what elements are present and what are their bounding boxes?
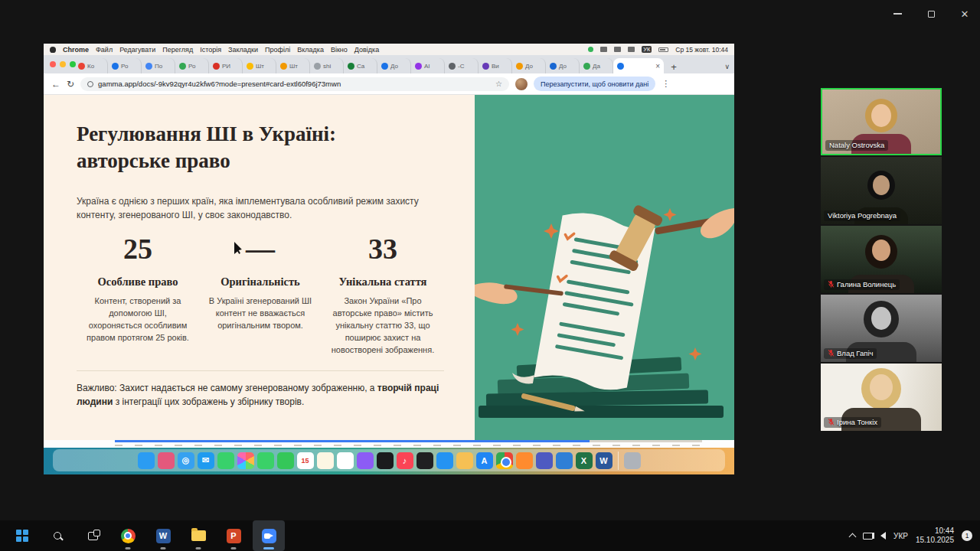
participant-tile-viktoriya[interactable]: Viktoriya Pogrebnaya xyxy=(821,157,942,224)
profile-avatar[interactable] xyxy=(515,78,528,90)
browser-tab-1[interactable]: Ро xyxy=(108,58,142,73)
address-bar[interactable]: gamma.app/docs/-9kv92qyr4u2kfw6?mode=pre… xyxy=(80,77,509,91)
menu-view[interactable]: Перегляд xyxy=(162,46,193,54)
dock-icon-reminders[interactable] xyxy=(337,452,354,469)
taskbar-word[interactable]: W xyxy=(147,520,179,551)
tray-chevron-up-icon[interactable] xyxy=(849,533,857,541)
menu-bookmarks[interactable]: Закладки xyxy=(228,46,258,54)
dock-icon-pages[interactable] xyxy=(456,452,473,469)
participant-tile-iryna[interactable]: Ірина Тонкіх xyxy=(821,364,942,431)
menu-tab[interactable]: Вкладка xyxy=(297,46,324,54)
dock-icon-finder[interactable] xyxy=(138,452,155,469)
taskbar-powerpoint[interactable]: P xyxy=(217,520,250,551)
taskbar-language[interactable]: УКР xyxy=(893,532,908,540)
dock-icon-facetime[interactable] xyxy=(277,452,294,469)
browser-menu-icon[interactable]: ⋮ xyxy=(662,79,670,89)
dock-icon-mail[interactable]: ✉ xyxy=(198,452,214,469)
desktop-wallpaper-strip: ◎✉15♪AXW xyxy=(44,448,734,474)
taskbar-zoom[interactable] xyxy=(253,520,285,551)
browser-tab-9[interactable]: До xyxy=(377,58,411,73)
dock-icon-messages[interactable] xyxy=(257,452,274,469)
speaker-icon[interactable] xyxy=(880,532,886,540)
browser-tab-16[interactable]: × xyxy=(613,58,664,73)
taskbar-clock[interactable]: 10:44 15.10.2025 xyxy=(916,527,954,546)
participant-tile-nataly[interactable]: Nataly Ostrovska xyxy=(821,88,942,155)
mac-clock[interactable]: Ср 15 жовт. 10:44 xyxy=(675,46,728,54)
dock-icon-music[interactable]: ♪ xyxy=(397,452,413,469)
browser-tab-4[interactable]: РИ xyxy=(209,58,243,73)
site-settings-icon[interactable] xyxy=(87,81,93,87)
minimize-window-icon[interactable] xyxy=(60,61,66,67)
browser-tab-2[interactable]: По xyxy=(142,58,175,73)
browser-tab-12[interactable]: Ви xyxy=(479,58,512,73)
menu-window[interactable]: Вікно xyxy=(331,46,348,54)
tab-favicon xyxy=(112,63,119,70)
close-window-icon[interactable] xyxy=(50,61,56,67)
camera-active-indicator xyxy=(588,47,593,52)
task-view-button[interactable] xyxy=(77,520,109,551)
minimize-icon[interactable] xyxy=(890,6,905,21)
menu-history[interactable]: Історія xyxy=(200,46,221,54)
dock-icon-excel[interactable]: X xyxy=(576,452,593,469)
menu-edit[interactable]: Редагувати xyxy=(119,46,155,54)
search-button[interactable] xyxy=(41,520,74,551)
dock-icon-photos[interactable] xyxy=(237,452,254,469)
browser-tab-15[interactable]: Да xyxy=(580,58,613,73)
dock-icon-chrome[interactable] xyxy=(496,452,513,469)
fullscreen-window-icon[interactable] xyxy=(70,61,76,67)
taskbar-chrome[interactable] xyxy=(112,520,144,551)
dock-icon-podcasts[interactable] xyxy=(357,452,374,469)
dock-icon-firefox[interactable] xyxy=(516,452,533,469)
participant-tile-vlad[interactable]: Влад Гапіч xyxy=(821,295,942,362)
browser-tab-0[interactable]: Ко xyxy=(74,58,108,73)
apple-menu-icon[interactable] xyxy=(50,47,56,53)
menu-chrome[interactable]: Chrome xyxy=(63,46,89,54)
chevron-down-icon[interactable]: ∨ xyxy=(724,63,730,73)
dock-icon-maps[interactable] xyxy=(217,452,234,469)
dock-icon-trash[interactable] xyxy=(624,452,641,469)
browser-tab-8[interactable]: Са xyxy=(344,58,377,73)
relaunch-update-button[interactable]: Перезапустити, щоб оновити дані xyxy=(534,77,655,91)
browser-tab-3[interactable]: Ро xyxy=(175,58,209,73)
dock-icon-edge[interactable] xyxy=(556,452,573,469)
start-button[interactable] xyxy=(6,520,38,551)
taskbar-file-explorer[interactable] xyxy=(182,520,214,551)
dock-icon-safari[interactable]: ◎ xyxy=(178,452,194,469)
dock-icon-app-store[interactable]: A xyxy=(476,452,493,469)
dock-icon-stocks[interactable] xyxy=(416,452,433,469)
reload-icon[interactable]: ↻ xyxy=(67,79,74,90)
input-language-badge[interactable]: УК xyxy=(642,46,652,53)
browser-tab-11[interactable]: -С xyxy=(445,58,479,73)
dock-icon-calendar[interactable]: 15 xyxy=(297,452,314,469)
browser-tab-14[interactable]: До xyxy=(546,58,580,73)
close-icon[interactable]: ✕ xyxy=(957,6,972,21)
url-text[interactable]: gamma.app/docs/-9kv92qyr4u2kfw6?mode=pre… xyxy=(98,80,491,88)
notification-badge[interactable]: 1 xyxy=(962,530,972,541)
dock-icon-launchpad[interactable] xyxy=(158,452,175,469)
menu-help[interactable]: Довідка xyxy=(354,46,379,54)
slide-note: Важливо: Захист надається не самому зген… xyxy=(77,381,444,409)
menu-file[interactable]: Файл xyxy=(96,46,113,54)
presentation-progress-bar[interactable] xyxy=(115,440,590,442)
browser-tab-5[interactable]: Шт xyxy=(243,58,276,73)
dock-icon-notes[interactable] xyxy=(317,452,334,469)
new-tab-button[interactable]: + xyxy=(667,60,681,73)
bookmark-star-icon[interactable]: ☆ xyxy=(495,80,502,88)
restore-icon[interactable] xyxy=(923,6,939,21)
menu-profiles[interactable]: Профілі xyxy=(265,46,290,54)
dock-icon-word[interactable]: W xyxy=(596,452,612,469)
browser-tab-10[interactable]: АІ xyxy=(411,58,445,73)
status-icon-2[interactable] xyxy=(614,47,621,52)
participant-tile-galyna[interactable]: Галина Волинець xyxy=(821,226,942,293)
tab-close-icon[interactable]: × xyxy=(655,62,660,70)
status-icon-1[interactable] xyxy=(600,47,607,52)
dock-icon-teams[interactable] xyxy=(536,452,553,469)
dock-icon-keynote[interactable] xyxy=(436,452,453,469)
back-icon[interactable]: ← xyxy=(51,79,60,90)
card-ticks xyxy=(115,445,702,446)
dock-icon-apple-tv[interactable] xyxy=(377,452,394,469)
browser-tab-7[interactable]: shi xyxy=(310,58,344,73)
status-icon-3[interactable] xyxy=(628,47,635,52)
browser-tab-6[interactable]: Шт xyxy=(276,58,310,73)
browser-tab-13[interactable]: До xyxy=(512,58,546,73)
